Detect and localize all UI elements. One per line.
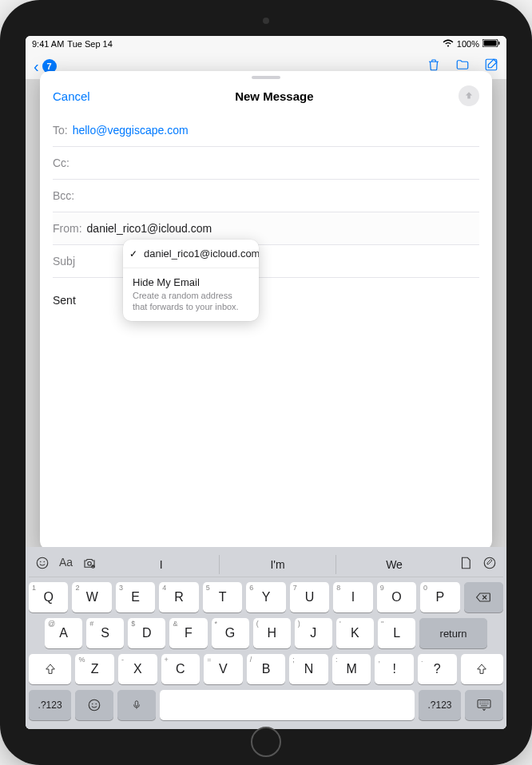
svg-point-11 (89, 700, 100, 711)
key-K[interactable]: 'K (336, 618, 374, 648)
cancel-button[interactable]: Cancel (53, 89, 90, 103)
key-![interactable]: ,! (375, 654, 414, 684)
key-W[interactable]: 2W (72, 582, 111, 612)
suggestion-3[interactable]: We (335, 555, 452, 574)
compose-sheet: Cancel New Message To: hello@veggiscape.… (40, 71, 492, 550)
back-chevron-icon[interactable]: ‹ (34, 57, 39, 76)
to-label: To: (53, 124, 68, 137)
body-text: Sent (53, 294, 76, 307)
key-Z[interactable]: %Z (75, 654, 114, 684)
screen: 9:41 AM Tue Sep 14 100% ‹ 7 (26, 36, 506, 729)
key-?[interactable]: .? (418, 654, 457, 684)
emoji-key[interactable] (75, 690, 113, 720)
key-P[interactable]: 0P (420, 582, 459, 612)
bcc-field[interactable]: Bcc: (53, 180, 479, 212)
emoji-picker-icon[interactable] (35, 556, 50, 573)
key-U[interactable]: 7U (290, 582, 329, 612)
key-S[interactable]: #S (86, 618, 124, 648)
key-A[interactable]: @A (45, 618, 82, 648)
keyboard-row-1: 1Q2W3E4R5T6Y7U8I9O0P (29, 582, 503, 612)
return-key[interactable]: return (419, 618, 487, 648)
status-date: Tue Sep 14 (67, 39, 112, 49)
keyboard-row-4: .?123 .?123 (29, 690, 503, 720)
to-field[interactable]: To: hello@veggiscape.com (53, 114, 479, 147)
key-G[interactable]: *G (212, 618, 249, 648)
key-M[interactable]: :M (332, 654, 371, 684)
dismiss-keyboard-key[interactable] (465, 690, 503, 720)
ipad-frame: 9:41 AM Tue Sep 14 100% ‹ 7 (0, 0, 532, 765)
scan-document-icon[interactable] (459, 556, 473, 573)
dropdown-hide-my-email[interactable]: Hide My Email Create a random address th… (123, 268, 259, 321)
keyboard-row-2: @A#S$D&F*G(H)J'K"Lreturn (29, 618, 503, 648)
space-key[interactable] (160, 690, 415, 720)
key-I[interactable]: 8I (333, 582, 372, 612)
key-D[interactable]: $D (128, 618, 165, 648)
to-value[interactable]: hello@veggiscape.com (73, 124, 189, 137)
status-time: 9:41 AM (32, 39, 64, 49)
key-V[interactable]: =V (204, 654, 243, 684)
key-R[interactable]: 4R (159, 582, 198, 612)
key-F[interactable]: &F (169, 618, 207, 648)
bcc-label: Bcc: (53, 189, 74, 202)
camera-dot (263, 18, 269, 24)
keyboard: Aa + I I'm We 1Q2W3E4R5T6Y7U8I9O0P @A#S$… (26, 547, 506, 729)
key-C[interactable]: +C (161, 654, 200, 684)
cc-label: Cc: (53, 157, 69, 169)
key-B[interactable]: /B (247, 654, 286, 684)
key-J[interactable]: )J (295, 618, 332, 648)
backspace-key[interactable] (464, 582, 503, 612)
dropdown-account-label: daniel_rico1@icloud.com (144, 248, 249, 260)
keyboard-row-3: %Z-X+C=V/B;N:M,!.? (29, 654, 503, 684)
svg-point-4 (37, 557, 48, 569)
hide-my-email-subtitle: Create a random address that forwards to… (133, 290, 249, 313)
key-X[interactable]: -X (118, 654, 157, 684)
send-button[interactable] (459, 85, 479, 106)
from-dropdown: ✓ daniel_rico1@icloud.com Hide My Email … (123, 240, 259, 321)
svg-point-13 (96, 704, 97, 705)
svg-rect-1 (484, 41, 497, 46)
dropdown-selected-account[interactable]: ✓ daniel_rico1@icloud.com (123, 240, 259, 268)
from-label: From: (53, 222, 82, 235)
key-L[interactable]: "L (378, 618, 415, 648)
dictation-key[interactable] (117, 690, 156, 720)
svg-point-6 (44, 561, 46, 562)
camera-icon[interactable]: + (82, 556, 97, 573)
sheet-title: New Message (235, 89, 313, 103)
svg-rect-2 (498, 42, 500, 45)
svg-point-5 (40, 561, 42, 562)
home-button[interactable] (251, 727, 281, 757)
markup-icon[interactable] (482, 556, 497, 573)
keyboard-suggestion-bar: Aa + I I'm We (29, 552, 503, 577)
key-Q[interactable]: 1Q (29, 582, 68, 612)
shift-key[interactable] (29, 654, 71, 684)
wifi-icon (443, 39, 454, 49)
subject-label: Subj (53, 255, 75, 268)
key-N[interactable]: ;N (289, 654, 328, 684)
svg-point-12 (92, 704, 93, 705)
key-O[interactable]: 9O (377, 582, 416, 612)
checkmark-icon: ✓ (129, 248, 137, 260)
cc-field[interactable]: Cc: (53, 147, 479, 180)
svg-text:+: + (93, 565, 94, 569)
suggestion-1[interactable]: I (103, 555, 219, 574)
battery-icon (482, 39, 500, 49)
battery-percent: 100% (457, 39, 479, 49)
subject-field[interactable]: Subj (53, 245, 479, 278)
number-key-right[interactable]: .?123 (419, 690, 461, 720)
status-bar: 9:41 AM Tue Sep 14 100% (26, 36, 506, 52)
text-format-icon[interactable]: Aa (59, 556, 73, 573)
suggestion-2[interactable]: I'm (219, 555, 335, 574)
shift-key[interactable] (461, 654, 503, 684)
from-value: daniel_rico1@icloud.com (87, 222, 212, 235)
svg-rect-14 (135, 701, 138, 706)
key-T[interactable]: 5T (203, 582, 242, 612)
svg-point-7 (88, 561, 92, 565)
hide-my-email-title: Hide My Email (133, 276, 249, 288)
from-field[interactable]: From: daniel_rico1@icloud.com (53, 212, 479, 245)
number-key-left[interactable]: .?123 (29, 690, 71, 720)
key-E[interactable]: 3E (116, 582, 155, 612)
key-Y[interactable]: 6Y (246, 582, 285, 612)
compose-body[interactable]: Sent (40, 278, 492, 323)
key-H[interactable]: (H (253, 618, 291, 648)
